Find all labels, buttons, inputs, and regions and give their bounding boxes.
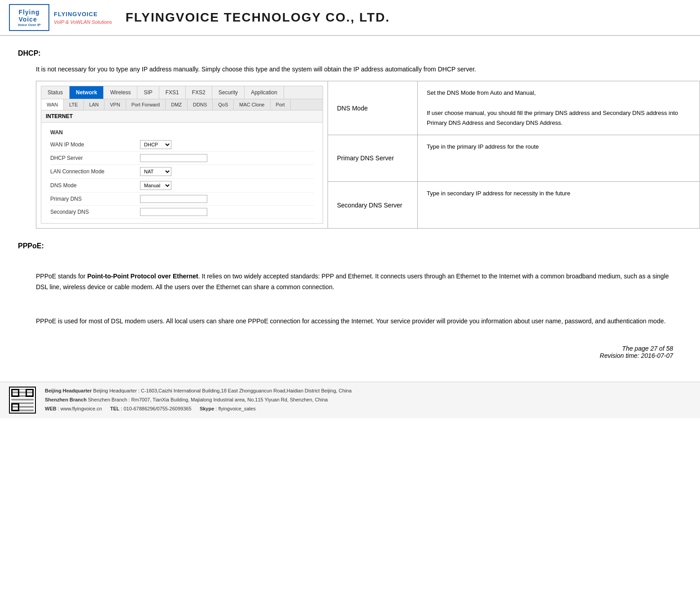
dhcp-desc-secondary-dns: Type in secondary IP address for necessi… xyxy=(418,182,700,228)
sub-nav-vpn[interactable]: VPN xyxy=(105,99,126,110)
pppoe-para1-prefix: PPPoE stands for xyxy=(36,273,87,280)
dhcp-label-primary-dns: Primary DNS Server xyxy=(328,135,418,181)
logo-area: FlyingVoice Voice Over IP FLYINGVOICE Vo… xyxy=(9,4,112,31)
sub-nav-dmz[interactable]: DMZ xyxy=(166,99,188,110)
page-header: FlyingVoice Voice Over IP FLYINGVOICE Vo… xyxy=(0,0,700,36)
dhcp-description: It is not necessary for you to type any … xyxy=(36,64,682,74)
form-label-secondary-dns: Secondary DNS xyxy=(50,209,140,215)
page-footer: The page 27 of 58 Revision time: 2016-07… xyxy=(18,345,682,359)
router-nav-bar: Status Network Wireless SIP FXS1 FXS2 Se… xyxy=(41,86,323,99)
sub-nav-lte[interactable]: LTE xyxy=(64,99,83,110)
router-ui: Status Network Wireless SIP FXS1 FXS2 Se… xyxy=(41,86,323,224)
logo-box: FlyingVoice Voice Over IP xyxy=(9,4,49,31)
pppoe-para1-bold: Point-to-Point Protocol over Ethernet xyxy=(87,273,198,280)
sub-nav-mac-clone[interactable]: MAC Clone xyxy=(234,99,270,110)
web-info: WEB : www.flyingvoice.cn xyxy=(45,406,102,411)
secondary-dns-input[interactable] xyxy=(140,208,207,216)
router-ui-panel: Status Network Wireless SIP FXS1 FXS2 Se… xyxy=(36,81,328,228)
nav-network[interactable]: Network xyxy=(70,86,104,99)
nav-wireless[interactable]: Wireless xyxy=(104,86,137,99)
form-label-wan-ip-mode: WAN IP Mode xyxy=(50,141,140,148)
dns-mode-select[interactable]: Manual Auto xyxy=(140,181,171,190)
nav-fxs2[interactable]: FXS2 xyxy=(186,86,212,99)
sub-nav-port[interactable]: Port xyxy=(271,99,291,110)
revision-info: Revision time: 2016-07-07 xyxy=(18,352,673,359)
nav-sip[interactable]: SIP xyxy=(137,86,159,99)
sub-nav-wan[interactable]: WAN xyxy=(41,99,64,110)
dhcp-label-secondary-dns: Secondary DNS Server xyxy=(328,182,418,228)
dhcp-desc-primary-dns: Type in the primary IP address for the r… xyxy=(418,135,700,181)
dhcp-row-dns-mode: DNS Mode Set the DNS Mode from Auto and … xyxy=(328,81,700,135)
logo-main-text: FLYINGVOICE xyxy=(54,11,112,18)
nav-security[interactable]: Security xyxy=(212,86,245,99)
bottom-bar: Beijing Headquarter Beijing Headquarter … xyxy=(0,382,700,418)
dhcp-table: Status Network Wireless SIP FXS1 FXS2 Se… xyxy=(36,81,700,229)
dhcp-label-dns-mode: DNS Mode xyxy=(328,81,418,134)
logo-voip-text: Voice Over IP xyxy=(18,23,41,27)
form-label-primary-dns: Primary DNS xyxy=(50,196,140,202)
form-row-secondary-dns: Secondary DNS xyxy=(50,206,314,219)
nav-application[interactable]: Application xyxy=(245,86,284,99)
qr-corner-tl xyxy=(11,389,19,397)
hq-info: Beijing Headquarter Beijing Headquarter … xyxy=(45,387,352,396)
router-form: WAN WAN IP Mode DHCP PPPoE Static DHCP S… xyxy=(41,123,323,223)
form-row-dhcp-server: DHCP Server xyxy=(50,152,314,165)
pppoe-heading: PPPoE: xyxy=(18,242,682,250)
qr-corner-bl xyxy=(11,403,19,411)
pppoe-section: PPPoE: PPPoE stands for Point-to-Point P… xyxy=(18,242,682,326)
qr-code xyxy=(9,387,36,414)
nav-status[interactable]: Status xyxy=(41,86,70,99)
tel-info: TEL : 010-67886296/0755-26099365 xyxy=(110,406,192,411)
company-title: FLYINGVOICE TECHNOLOGY CO., LTD. xyxy=(126,10,390,25)
form-row-primary-dns: Primary DNS xyxy=(50,193,314,206)
wan-label: WAN xyxy=(50,127,314,138)
dhcp-server-input[interactable] xyxy=(140,154,207,162)
sub-nav-lan[interactable]: LAN xyxy=(84,99,105,110)
pppoe-para2: PPPoE is used for most of DSL modem user… xyxy=(36,316,682,327)
dhcp-desc-dns-mode: Set the DNS Mode from Auto and Manual, I… xyxy=(418,81,700,134)
page-info: The page 27 of 58 xyxy=(18,345,673,352)
branch-info: Shenzhen Branch Shenzhen Branch : Rm7007… xyxy=(45,396,352,405)
logo-sub-text: VoIP & VoWLAN Solutions xyxy=(54,19,112,25)
wan-ip-mode-select[interactable]: DHCP PPPoE Static xyxy=(140,140,171,149)
form-label-lan-connection-mode: LAN Connection Mode xyxy=(50,168,140,175)
main-content: DHCP: It is not necessary for you to typ… xyxy=(0,36,700,373)
qr-corner-tr xyxy=(26,389,34,397)
dhcp-descriptions: DNS Mode Set the DNS Mode from Auto and … xyxy=(328,81,700,228)
form-label-dns-mode: DNS Mode xyxy=(50,182,140,189)
dhcp-row-secondary-dns: Secondary DNS Server Type in secondary I… xyxy=(328,182,700,228)
sub-nav-port-forward[interactable]: Port Forward xyxy=(126,99,166,110)
sub-nav-ddns[interactable]: DDNS xyxy=(188,99,213,110)
pppoe-para1: PPPoE stands for Point-to-Point Protocol… xyxy=(36,271,682,293)
nav-fxs1[interactable]: FXS1 xyxy=(159,86,186,99)
logo-flying-text: FlyingVoice xyxy=(18,9,39,23)
internet-label: INTERNET xyxy=(41,110,323,123)
form-label-dhcp-server: DHCP Server xyxy=(50,155,140,161)
form-row-wan-ip-mode: WAN IP Mode DHCP PPPoE Static xyxy=(50,138,314,152)
contact-info: WEB : www.flyingvoice.cn TEL : 010-67886… xyxy=(45,405,352,414)
primary-dns-input[interactable] xyxy=(140,195,207,203)
form-row-lan-connection-mode: LAN Connection Mode NAT Bridge xyxy=(50,165,314,179)
dhcp-row-primary-dns: Primary DNS Server Type in the primary I… xyxy=(328,135,700,182)
skype-info: Skype : flyingvoice_sales xyxy=(200,406,256,411)
router-sub-nav: WAN LTE LAN VPN Port Forward DMZ DDNS Qo… xyxy=(41,99,323,110)
logo-text-area: FLYINGVOICE VoIP & VoWLAN Solutions xyxy=(54,11,112,25)
dhcp-heading: DHCP: xyxy=(18,49,682,57)
lan-connection-mode-select[interactable]: NAT Bridge xyxy=(140,167,171,176)
sub-nav-qos[interactable]: QoS xyxy=(213,99,234,110)
bottom-info: Beijing Headquarter Beijing Headquarter … xyxy=(45,387,352,413)
form-row-dns-mode: DNS Mode Manual Auto xyxy=(50,179,314,193)
